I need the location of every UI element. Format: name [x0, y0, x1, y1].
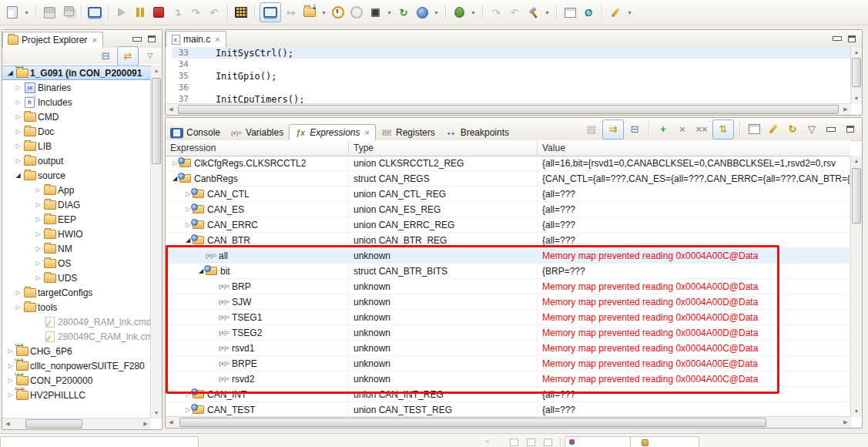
tree-item[interactable]: ▷App [2, 183, 151, 197]
terminate-button[interactable] [150, 3, 167, 22]
tree-item[interactable]: ▷CCSclllc_nonpowerSUITE_F280 [2, 358, 151, 373]
table-row[interactable]: ▷CAN_CTLunion CAN_CTL_REG{all=??? [166, 187, 850, 202]
tree-item[interactable]: ▷EEP [2, 212, 151, 227]
table-row[interactable]: (x)=SJWunknownMemory map prevented readi… [166, 294, 850, 310]
view-menu-button[interactable]: ▽ [142, 47, 159, 66]
expand-arrow-icon[interactable]: ▷ [13, 304, 23, 311]
code-line[interactable]: 35 InitGpio(); [172, 70, 850, 82]
step-into-button[interactable]: ↴ [169, 3, 186, 22]
reorder-button[interactable]: ⇅ [712, 119, 734, 139]
tree-item[interactable]: ▷HWIO [2, 227, 151, 241]
code-line[interactable]: 34 [172, 59, 850, 70]
code-line[interactable]: 37 InitCpuTimers(); [172, 93, 850, 104]
target-console-button[interactable] [260, 2, 281, 22]
window-icon[interactable] [527, 439, 535, 446]
window-icon[interactable] [544, 439, 552, 446]
step-return-button[interactable]: ↶ [206, 3, 223, 22]
table-row[interactable]: (x)=rsvd1unknownMemory map prevented rea… [166, 341, 850, 356]
disconnect-button[interactable] [348, 3, 365, 22]
minimize-button[interactable] [833, 36, 842, 41]
new-dropdown[interactable]: ▾ [22, 9, 31, 16]
expand-arrow-icon[interactable]: ▷ [13, 143, 23, 150]
tree-item[interactable]: ▷10Binaries [2, 80, 151, 95]
debug-button[interactable] [451, 3, 468, 22]
table-row[interactable]: ▷CAN_TESTunion CAN_TEST_REG{all=??? [166, 402, 850, 417]
debug-dropdown[interactable]: ▾ [469, 9, 478, 16]
remove-expression-button[interactable]: × [674, 120, 691, 139]
save-all-button[interactable] [59, 3, 76, 22]
tab-expressions[interactable]: ƒxExpressions× [289, 124, 376, 141]
scrollbar-thumb[interactable] [852, 168, 861, 224]
skip-breakpoints-button[interactable]: ↷ [488, 3, 504, 22]
table-row[interactable]: ▷CAN_ESunion CAN_ES_REG{all=??? [166, 202, 850, 217]
build-dropdown[interactable]: ▾ [543, 9, 551, 16]
tab-variables[interactable]: (x)=Variables [226, 125, 289, 140]
close-icon[interactable]: × [92, 35, 96, 45]
tree-item[interactable]: ◢CCS1_G091 (in CON_P200091 [2, 66, 151, 80]
connect-target-button[interactable] [414, 3, 431, 22]
tree-item[interactable]: ▷output [2, 153, 151, 168]
skip-all-button[interactable]: ↶ [506, 3, 523, 22]
table-row[interactable]: ▷ClkCfgRegs.CLKSRCCTL2union CLKSRCCTL2_R… [166, 156, 850, 171]
maximize-button[interactable] [148, 35, 156, 42]
cut-view-tab[interactable] [630, 436, 699, 447]
tree-item[interactable]: ▷CMD [2, 109, 151, 124]
link-with-editor-button[interactable]: ⇄ [117, 46, 139, 66]
project-tree-vscrollbar[interactable]: ▲▼ [150, 66, 162, 418]
flash-dropdown[interactable]: ▾ [385, 9, 394, 16]
expand-arrow-icon[interactable]: ▷ [13, 99, 23, 106]
build-button[interactable] [524, 3, 541, 22]
expand-arrow-icon[interactable]: ▷ [33, 274, 43, 281]
cut-view-tab[interactable] [0, 436, 199, 447]
tree-item[interactable]: ▷hIncludes [2, 95, 151, 109]
table-row[interactable]: (x)=TSEG1unknownMemory map prevented rea… [166, 310, 850, 325]
minimize-button[interactable] [132, 37, 142, 42]
search-button[interactable]: Ø [580, 3, 597, 22]
tree-item[interactable]: ▷Doc [2, 124, 151, 139]
expand-arrow-icon[interactable]: ▷ [13, 113, 23, 120]
maximize-button[interactable] [842, 120, 859, 139]
expand-arrow-icon[interactable]: ▷ [33, 245, 43, 252]
tree-item[interactable]: ▷CCSCHG_6P6 [2, 344, 151, 358]
table-row[interactable]: (x)=BRPunknownMemory map prevented readi… [166, 279, 850, 294]
show-logical-structure-button[interactable]: ⇉ [602, 119, 624, 139]
refresh-button[interactable]: ↻ [784, 120, 801, 139]
tab-main-c[interactable]: c main.c × [166, 31, 226, 48]
expand-arrow-icon[interactable]: ▷ [5, 362, 15, 369]
expand-arrow-icon[interactable]: ▷ [5, 392, 15, 398]
expand-arrow-icon[interactable]: ▷ [13, 84, 23, 91]
tab-registers[interactable]: 10100101Registers [376, 125, 441, 140]
collapse-all-button[interactable]: ⊟ [97, 47, 114, 66]
table-row[interactable]: ◢bitstruct CAN_BTR_BITS{BRP=??? [166, 264, 850, 279]
scrollbar-thumb[interactable] [852, 58, 861, 87]
remove-all-expressions-button[interactable]: ×× [693, 120, 710, 139]
restart-button[interactable]: ↻ [395, 3, 412, 22]
column-header-expression[interactable]: Expression [166, 140, 349, 156]
column-header-type[interactable]: Type [349, 140, 538, 156]
expand-arrow-icon[interactable]: ▷ [33, 216, 43, 223]
scrollbar-thumb[interactable] [25, 419, 82, 429]
suspend-button[interactable] [132, 3, 149, 22]
load-program-button[interactable] [301, 3, 318, 22]
expand-arrow-icon[interactable]: ◢ [13, 172, 23, 179]
editor-hscrollbar[interactable]: ◀▶ [166, 103, 851, 115]
new-window-button[interactable] [561, 3, 578, 22]
cut-view-tab[interactable] [565, 436, 631, 447]
connect-dropdown[interactable]: ▾ [432, 9, 441, 16]
new-expressions-view-button[interactable] [746, 120, 762, 139]
table-row[interactable]: (x)=rsvd2unknownMemory map prevented rea… [166, 371, 850, 387]
load-dropdown[interactable]: ▾ [320, 9, 328, 16]
expand-arrow-icon[interactable]: ▷ [13, 289, 23, 296]
code-line[interactable]: 36 [172, 82, 850, 93]
tab-breakpoints[interactable]: ●●Breakpoints [441, 125, 514, 140]
expand-arrow-icon[interactable]: ▷ [13, 157, 23, 164]
new-button[interactable] [4, 3, 21, 22]
project-tree-hscrollbar[interactable]: ◀▶ [2, 418, 151, 429]
expand-arrow-icon[interactable]: ▷ [5, 377, 15, 384]
editor-vscrollbar[interactable]: ▲▼ [850, 47, 862, 104]
expressions-vscrollbar[interactable]: ▲▼ [850, 156, 862, 417]
expand-arrow-icon[interactable]: ▷ [33, 260, 43, 267]
table-row[interactable]: (x)=allunknownMemory map prevented readi… [166, 248, 850, 264]
minimize-button[interactable] [823, 120, 840, 139]
close-icon[interactable]: × [365, 128, 370, 137]
